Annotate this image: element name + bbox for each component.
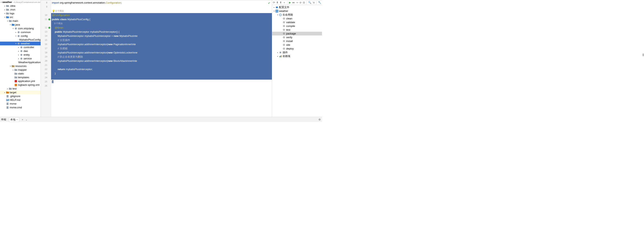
code-area[interactable]: ✔ import org.springframework.context.ann… (51, 0, 272, 117)
maven-upload-button[interactable]: ⬆ (280, 1, 282, 4)
terminal-settings-icon[interactable]: ⚙ (318, 118, 321, 121)
tree-item--gitignore[interactable]: .gitignore (0, 94, 40, 98)
tree-item-resources[interactable]: ▾resources (0, 64, 40, 68)
code-line[interactable]: public MybatisPlusInterceptor mybatisPlu… (51, 30, 272, 34)
maven-find-button[interactable]: 🔍 (308, 1, 311, 4)
tree-item-application-yml[interactable]: application.yml (0, 79, 40, 83)
gear-icon: ⚙ (282, 21, 286, 24)
maven-item-配置文件[interactable]: ▸配置文件 (272, 5, 322, 9)
maven-step-button[interactable]: ⏭ (292, 1, 295, 4)
maven-offline-button[interactable]: ⊘ (300, 1, 302, 4)
code-line[interactable]: } (51, 80, 272, 84)
gear-icon: ⚙ (282, 32, 286, 35)
tree-item-weather[interactable]: ▾weather (0, 42, 40, 45)
code-line[interactable]: } (51, 71, 272, 76)
maven-settings-button[interactable]: 🔧 (318, 1, 321, 4)
tree-item-mapper[interactable]: ▸mapper (0, 68, 40, 72)
code-line[interactable] (51, 63, 272, 67)
maven-stop-button[interactable]: ⊟ (303, 1, 305, 4)
maven-item-validate[interactable]: ⚙validate (272, 20, 322, 24)
maven-item-插件[interactable]: ▸插件 (272, 50, 322, 54)
tree-item-main[interactable]: ▾main (0, 19, 40, 23)
folder-src-icon (12, 23, 15, 26)
project-tree-panel[interactable]: ▾ weather ~/Library/Containers/com.tence… (0, 0, 41, 117)
add-terminal-button[interactable]: ＋ (21, 118, 24, 122)
maven-item-deploy[interactable]: ⚙deploy (272, 47, 322, 50)
tree-item-logs[interactable]: ▾logs (0, 12, 40, 15)
run-gutter-icon[interactable] (48, 18, 50, 20)
code-line[interactable]: mybatisPlusInterceptor.addInnerIntercept… (51, 50, 272, 55)
tree-item-mvnw[interactable]: mvnw (0, 102, 40, 106)
code-line[interactable]: MybatisPlusInterceptor mybatisPlusInterc… (51, 34, 272, 38)
tree-item-common[interactable]: ▸common (0, 30, 40, 34)
gear-icon: ⚙ (283, 43, 285, 46)
tree-item-MybatisPlusConfig[interactable]: CMybatisPlusConfig (0, 38, 40, 42)
maven-item-site[interactable]: ⚙site (272, 43, 322, 47)
maven-item-compile[interactable]: ⚙compile (272, 24, 322, 28)
terminal-dropdown-icon[interactable]: ⌄ (25, 118, 28, 121)
tree-item--mvn[interactable]: ▸.mvn (0, 8, 40, 12)
code-line[interactable]: // 防止全表更新与删除 (51, 55, 272, 59)
sh-icon (6, 102, 9, 105)
maven-tree[interactable]: ▸配置文件▾mweather▾生命周期⚙clean⚙validate⚙compi… (272, 5, 322, 117)
tree-item-HELP-md[interactable]: MDHELP.md (0, 98, 40, 102)
maven-item-weather[interactable]: ▾mweather (272, 9, 322, 13)
code-line[interactable] (51, 76, 272, 80)
code-line[interactable] (51, 84, 272, 88)
code-line[interactable]: 0 个用法 (51, 22, 272, 26)
maven-item-test[interactable]: ⚙test (272, 28, 322, 32)
maven-download-button[interactable]: ⬇ (276, 1, 278, 4)
svg-point-0 (15, 28, 17, 30)
tree-item--idea[interactable]: ▸.idea (0, 4, 40, 8)
code-line[interactable]: mybatisPlusInterceptor.addInnerIntercept… (51, 42, 272, 46)
tree-item-test[interactable]: ▸test (0, 87, 40, 90)
maven-item-install[interactable]: ⚙install (272, 39, 322, 43)
terminal-tab-local[interactable]: 本地 ✕ (9, 117, 19, 122)
code-line[interactable]: // 乐观锁 (51, 46, 272, 50)
code-editor[interactable]: 891011121314151617181920212223242526 ✔ i… (41, 0, 272, 117)
gitignore-icon (6, 95, 9, 98)
folder-icon (6, 8, 9, 11)
tree-item-src[interactable]: ▾src (0, 15, 40, 19)
maven-item-clean[interactable]: ⚙clean (272, 17, 322, 20)
tree-item-controller[interactable]: ▸controller (0, 45, 40, 49)
maven-tool-window[interactable]: ⟳⬇⬆＋▶⏭⤼⊘⊟🔍⇲🔧 ▸配置文件▾mweather▾生命周期⚙clean⚙v… (272, 0, 322, 117)
maven-item-verify[interactable]: ⚙verify (272, 36, 322, 39)
code-line[interactable]: @Configuration (51, 13, 272, 17)
tree-item-static[interactable]: static (0, 72, 40, 76)
maven-item-依赖项[interactable]: ▸依赖项 (272, 54, 322, 58)
gutter-line: 17 (41, 46, 51, 50)
code-line[interactable]: import org.springframework.context.annot… (51, 0, 272, 5)
code-line[interactable]: public class MybatisPlusConfig { (51, 17, 272, 22)
code-line[interactable]: 💡0 个用法 (51, 9, 272, 13)
tree-item-entity[interactable]: ▸entity (0, 53, 40, 57)
maven-refresh-button[interactable]: ⟳ (273, 1, 275, 4)
code-line[interactable]: @Bean (51, 26, 272, 30)
tree-item-dao[interactable]: ▸dao (0, 49, 40, 53)
gutter-line: 9 (41, 5, 51, 9)
close-icon[interactable]: ✕ (16, 118, 18, 120)
tree-item-label: test (12, 87, 17, 90)
code-line[interactable] (51, 5, 272, 9)
tree-item-logback-spring-xml[interactable]: logback-spring.xml (0, 83, 40, 87)
maven-add-button[interactable]: ＋ (283, 1, 286, 4)
maven-item-package[interactable]: ⚙package (272, 32, 322, 36)
tree-item-com-xinjulang[interactable]: ▾com.xinjulang (0, 26, 40, 30)
maven-item-生命周期[interactable]: ▾生命周期 (272, 13, 322, 17)
tree-item-WeatherApplication[interactable]: CWeatherApplication (0, 60, 40, 64)
tree-item-target[interactable]: ▸target (0, 90, 40, 94)
run-gutter-icon[interactable] (48, 26, 50, 29)
tree-item-java[interactable]: ▾java (0, 23, 40, 26)
project-root[interactable]: ▾ weather ~/Library/Containers/com.tence… (0, 0, 40, 4)
maven-run-button[interactable]: ▶ (289, 1, 291, 4)
gutter-line (41, 22, 51, 26)
tree-item-templates[interactable]: templates (0, 76, 40, 79)
code-line[interactable]: mybatisPlusInterceptor.addInnerIntercept… (51, 59, 272, 63)
tree-item-config[interactable]: ▾config (0, 34, 40, 38)
maven-expand-button[interactable]: ⇲ (312, 1, 315, 4)
tree-item-mvnw-cmd[interactable]: mvnw.cmd (0, 106, 40, 109)
maven-skip-button[interactable]: ⤼ (296, 1, 298, 4)
tree-item-service[interactable]: ▸service (0, 57, 40, 60)
code-line[interactable]: // 分页插件 (51, 38, 272, 42)
code-line[interactable]: return mybatisPlusInterceptor; (51, 67, 272, 71)
